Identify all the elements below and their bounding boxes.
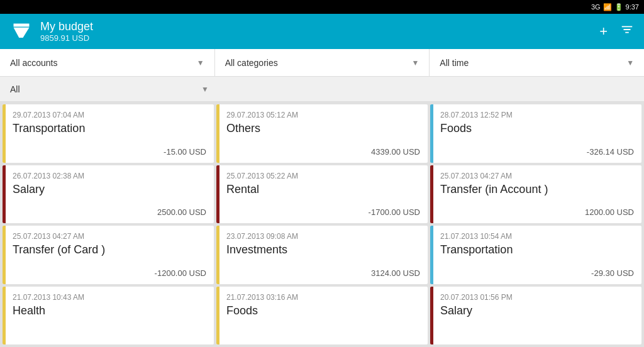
transaction-card[interactable]: 29.07.2013 05:12 AM Others 4339.00 USD (216, 104, 428, 163)
transaction-name: Transportation (13, 122, 206, 145)
transaction-amount: -326.14 USD (440, 147, 634, 157)
transaction-name: Transfer (of Card ) (13, 243, 206, 266)
categories-filter[interactable]: All categories ▼ (215, 49, 430, 76)
app-logo (10, 20, 33, 43)
signal-icon: 📶 (603, 3, 612, 11)
transaction-date: 23.07.2013 09:08 AM (226, 232, 420, 241)
battery-icon: 🔋 (614, 3, 623, 11)
transaction-name: Transportation (440, 243, 634, 266)
transaction-amount: -29.30 USD (440, 268, 634, 278)
app-title: My budget (40, 20, 599, 34)
clock: 9:37 (626, 3, 639, 11)
status-bar: 3G 📶 🔋 9:37 (0, 0, 644, 14)
transaction-date: 25.07.2013 05:22 AM (226, 172, 420, 180)
transaction-name: Health (13, 304, 206, 336)
sub-filter-label: All (10, 84, 201, 94)
time-filter-label: All time (440, 58, 626, 68)
transaction-name: Rental (226, 183, 420, 206)
app-title-group: My budget 9859.91 USD (40, 20, 599, 43)
transaction-name: Foods (440, 122, 634, 145)
transaction-amount: -1200.00 USD (13, 268, 206, 278)
transaction-card[interactable]: 25.07.2013 04:27 AM Transfer (of Card ) … (3, 226, 214, 284)
categories-filter-label: All categories (225, 58, 412, 68)
accounts-filter-arrow: ▼ (197, 58, 204, 67)
transaction-card[interactable]: 21.07.2013 10:54 AM Transportation -29.3… (430, 226, 641, 284)
transaction-card[interactable]: 23.07.2013 09:08 AM Investments 3124.00 … (216, 226, 428, 284)
app-subtitle: 9859.91 USD (40, 33, 599, 43)
transaction-card[interactable]: 20.07.2013 01:56 PM Salary (430, 287, 641, 345)
transaction-card[interactable]: 21.07.2013 03:16 AM Foods (216, 287, 428, 345)
add-button[interactable]: + (599, 23, 608, 40)
transaction-card[interactable]: 29.07.2013 07:04 AM Transportation -15.0… (3, 104, 214, 163)
app-bar-actions: + (599, 23, 634, 40)
transaction-name: Foods (226, 304, 420, 336)
transaction-date: 21.07.2013 10:54 AM (440, 232, 634, 241)
transaction-date: 26.07.2013 02:38 AM (13, 172, 206, 180)
transaction-amount: -1700.00 USD (226, 207, 420, 217)
transaction-date: 29.07.2013 07:04 AM (13, 111, 206, 119)
settings-button[interactable] (620, 23, 634, 40)
transaction-date: 29.07.2013 05:12 AM (226, 111, 420, 119)
transaction-amount: 2500.00 USD (13, 207, 206, 217)
transaction-date: 20.07.2013 01:56 PM (440, 293, 634, 302)
app-bar: My budget 9859.91 USD + (0, 14, 644, 49)
transaction-date: 25.07.2013 04:27 AM (440, 172, 634, 180)
transaction-amount: -15.00 USD (13, 147, 206, 157)
time-filter-arrow: ▼ (626, 58, 634, 67)
transaction-date: 28.07.2013 12:52 PM (440, 111, 634, 119)
transaction-date: 21.07.2013 10:43 AM (13, 293, 206, 302)
filter-row: All accounts ▼ All categories ▼ All time… (0, 49, 644, 77)
sub-filter[interactable]: All ▼ (0, 77, 219, 101)
transaction-amount: 1200.00 USD (440, 207, 634, 217)
accounts-filter-label: All accounts (10, 58, 197, 68)
transaction-date: 21.07.2013 03:16 AM (226, 293, 420, 302)
transaction-name: Transfer (in Account ) (440, 183, 634, 206)
sub-filter-arrow: ▼ (201, 85, 209, 94)
transaction-card[interactable]: 25.07.2013 04:27 AM Transfer (in Account… (430, 165, 641, 224)
transaction-name: Others (226, 122, 420, 145)
transaction-card[interactable]: 21.07.2013 10:43 AM Health (3, 287, 214, 345)
transaction-amount: 3124.00 USD (226, 268, 420, 278)
network-indicator: 3G (591, 3, 601, 11)
transaction-card[interactable]: 25.07.2013 05:22 AM Rental -1700.00 USD (216, 165, 428, 224)
transaction-date: 25.07.2013 04:27 AM (13, 232, 206, 241)
transaction-amount: 4339.00 USD (226, 147, 420, 157)
categories-filter-arrow: ▼ (411, 58, 419, 67)
transaction-card[interactable]: 28.07.2013 12:52 PM Foods -326.14 USD (430, 104, 641, 163)
sub-filter-row: All ▼ (0, 77, 644, 102)
time-filter[interactable]: All time ▼ (430, 49, 644, 76)
transaction-name: Salary (13, 183, 206, 206)
transaction-card[interactable]: 26.07.2013 02:38 AM Salary 2500.00 USD (3, 165, 214, 224)
transaction-name: Salary (440, 304, 634, 336)
transaction-name: Investments (226, 243, 420, 266)
accounts-filter[interactable]: All accounts ▼ (0, 49, 215, 76)
transaction-grid: 29.07.2013 07:04 AM Transportation -15.0… (0, 102, 644, 347)
